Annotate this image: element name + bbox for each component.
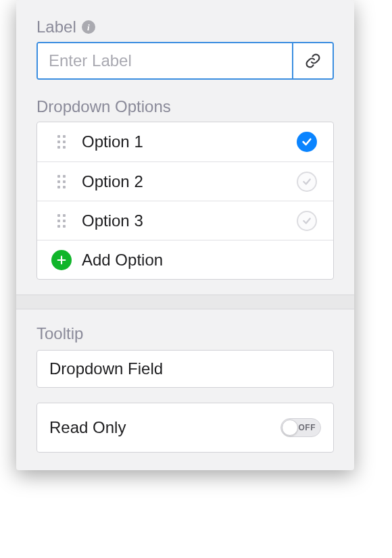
label-section: Label i Dropdown Options Option 1 <box>16 0 354 295</box>
readonly-row: Read Only OFF <box>36 403 334 453</box>
link-button[interactable] <box>292 43 333 78</box>
field-config-panel: Label i Dropdown Options Option 1 <box>16 0 354 470</box>
check-icon <box>302 177 312 186</box>
drag-handle-icon[interactable] <box>47 175 76 188</box>
option-default-toggle[interactable] <box>297 211 317 231</box>
drag-handle-icon[interactable] <box>47 135 76 149</box>
link-icon <box>305 53 321 69</box>
check-icon <box>302 216 312 226</box>
toggle-knob <box>282 420 298 436</box>
plus-icon <box>51 250 72 270</box>
label-input[interactable] <box>38 43 292 78</box>
option-label[interactable]: Option 2 <box>76 172 290 191</box>
toggle-state-text: OFF <box>299 423 316 432</box>
add-option-button[interactable]: Add Option <box>37 240 333 279</box>
drag-handle-icon[interactable] <box>47 214 76 228</box>
option-row: Option 3 <box>37 201 333 240</box>
section-divider <box>16 295 354 309</box>
check-icon <box>301 136 312 147</box>
option-default-toggle[interactable] <box>297 172 317 192</box>
readonly-label: Read Only <box>49 418 126 437</box>
option-row: Option 1 <box>37 122 333 161</box>
option-label[interactable]: Option 3 <box>76 211 290 230</box>
options-heading: Dropdown Options <box>36 97 334 116</box>
option-label[interactable]: Option 1 <box>76 132 290 151</box>
tooltip-heading: Tooltip <box>36 324 334 343</box>
option-default-toggle[interactable] <box>297 132 317 152</box>
options-list: Option 1 Option 2 <box>36 122 334 280</box>
add-option-label: Add Option <box>76 251 290 270</box>
label-heading: Label <box>36 18 76 36</box>
readonly-toggle[interactable]: OFF <box>280 418 321 437</box>
tooltip-section: Tooltip Dropdown Field Read Only OFF <box>16 309 354 470</box>
option-row: Option 2 <box>37 161 333 201</box>
tooltip-input[interactable]: Dropdown Field <box>49 359 321 378</box>
info-icon[interactable]: i <box>82 20 95 34</box>
label-input-group <box>36 42 334 80</box>
label-heading-row: Label i <box>36 18 334 36</box>
tooltip-field-wrap: Dropdown Field <box>36 350 334 388</box>
